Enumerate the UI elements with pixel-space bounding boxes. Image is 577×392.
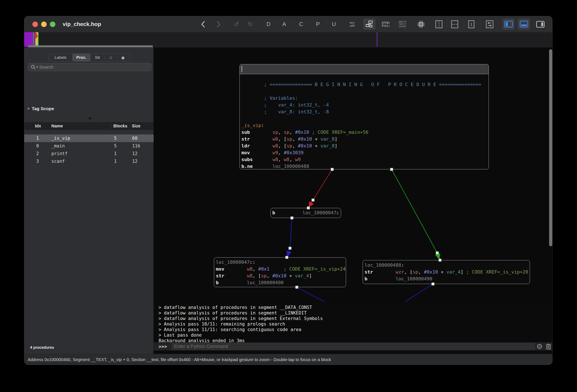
asm-line: loc_100000488: xyxy=(363,262,530,268)
assembly-view-button[interactable]: movadd xyxy=(345,16,359,32)
asm-token: ; CODE XREF=_is_vip+24 xyxy=(284,266,346,272)
procedure-button[interactable]: P xyxy=(311,16,325,32)
nav-segment-text[interactable] xyxy=(24,32,33,47)
asm-line: ; var_4: int32_t, -4 xyxy=(240,101,489,108)
basic-block-loc-488[interactable]: loc_100000488:str wzr, [sp, #0x10 + var_… xyxy=(363,260,530,284)
single-view-button[interactable]: 1 xyxy=(465,16,478,32)
asm-token: #0x10 xyxy=(424,269,438,275)
asm-token: ; =============== B E G I N N I N G O F … xyxy=(241,82,481,87)
basic-block-entry[interactable]: ; =============== B E G I N N I N G O F … xyxy=(240,64,489,169)
code-button[interactable]: C xyxy=(294,16,308,32)
redo-button[interactable]: ↻ xyxy=(244,16,257,32)
sidebar-tab-bar: Labels Proc. Str ☆ ◉ xyxy=(49,53,130,62)
cfg-view-button[interactable] xyxy=(363,18,375,30)
tab-labels[interactable]: Labels xyxy=(49,54,72,61)
toolbar-separator xyxy=(211,21,211,27)
pane-resize-handle[interactable] xyxy=(89,117,91,119)
desktop: vip_check.hop ↺ ↻ D A C P U movadd xyxy=(0,0,577,392)
python-prompt: >>> xyxy=(158,344,167,349)
asm-token: #0x1 xyxy=(258,266,270,272)
split-vertical-button[interactable] xyxy=(432,16,446,32)
asm-token: ; CODE XREF=_is_vip+20 xyxy=(466,269,528,275)
table-row[interactable]: 3scanf112 xyxy=(24,157,154,165)
hex-view-button[interactable]: 486F70706572204469 xyxy=(396,16,409,32)
tab-strings[interactable]: Str xyxy=(91,54,105,61)
asm-token: str xyxy=(241,136,250,142)
search-input[interactable] xyxy=(39,64,151,70)
toolbar-separator xyxy=(293,21,293,27)
nav-scrollbar[interactable] xyxy=(28,45,153,47)
zoom-window-button[interactable] xyxy=(50,22,55,27)
toggle-bottom-panel-button[interactable] xyxy=(518,18,530,30)
tab-procedures[interactable]: Proc. xyxy=(72,54,91,61)
nav-caret-line xyxy=(377,32,377,47)
cfg-graph-view[interactable]: ; =============== B E G I N N I N G O F … xyxy=(154,47,552,302)
python-command-input[interactable] xyxy=(172,343,535,350)
asm-line xyxy=(240,88,489,95)
asm-line: ldr w8, [sp, #0x10 + var_8] xyxy=(240,142,489,149)
basic-block-loc-47c[interactable]: loc_10000047c:mov w8, #0x1 ; CODE XREF=_… xyxy=(214,257,346,287)
forward-button[interactable] xyxy=(212,16,225,32)
asm-token: ; var_4: int32_t, -4 xyxy=(241,102,329,107)
close-window-button[interactable] xyxy=(32,22,38,27)
back-button[interactable] xyxy=(196,16,210,32)
swap-panes-button[interactable] xyxy=(483,16,497,32)
asm-token: b xyxy=(272,210,275,215)
block-title-field[interactable] xyxy=(240,64,489,74)
graph-scrollbar[interactable] xyxy=(549,49,552,246)
search-field[interactable] xyxy=(28,63,151,71)
clear-console-button[interactable] xyxy=(536,343,543,350)
table-row[interactable]: 0_main5116 xyxy=(24,142,154,150)
minimize-window-button[interactable] xyxy=(41,22,47,27)
ascii-button[interactable]: A xyxy=(277,16,291,32)
data-button[interactable]: D xyxy=(262,16,275,32)
table-cell: 60 xyxy=(130,136,154,141)
tab-bookmarks-star-icon[interactable]: ☆ xyxy=(105,54,117,61)
column-header-idx[interactable]: Idx xyxy=(24,124,50,128)
undefined-button[interactable]: U xyxy=(327,16,341,32)
asm-line: b loc_100000490 xyxy=(363,275,530,282)
undo-button[interactable]: ↺ xyxy=(229,16,243,32)
asm-token: w8 xyxy=(284,157,289,162)
asm-line: mov w9, #0x3039 xyxy=(240,149,489,156)
asm-token: #0x10 xyxy=(295,130,309,135)
asm-token: , xyxy=(252,266,258,272)
toggle-right-panel-button[interactable] xyxy=(534,16,547,32)
asm-token: : xyxy=(261,123,264,128)
column-header-blocks[interactable]: Blocks xyxy=(111,124,130,129)
title-bar: vip_check.hop ↺ ↻ D A C P U movadd xyxy=(24,16,552,32)
asm-token: ] xyxy=(334,143,337,148)
asm-token: , xyxy=(289,157,295,162)
toggle-left-panel-button[interactable] xyxy=(503,18,515,30)
tag-scope-disclosure[interactable]: > Tag Scope xyxy=(27,106,54,111)
console-line: > dataflow analysis of procedures in seg… xyxy=(154,305,552,310)
table-cell: _main xyxy=(50,143,111,148)
tab-tags-circle-icon[interactable]: ◉ xyxy=(117,54,129,61)
single-pane-icon: 1 xyxy=(468,20,474,28)
table-row[interactable]: 1_is_vip560 xyxy=(24,134,154,142)
block-code: bloc_10000047c xyxy=(271,208,341,216)
search-icon xyxy=(30,65,39,70)
column-header-size[interactable]: Size xyxy=(130,124,154,129)
asm-token: w9 xyxy=(295,157,301,162)
navigation-strip[interactable] xyxy=(24,32,552,48)
asm-token: w8 xyxy=(247,273,253,279)
cpu-button[interactable] xyxy=(414,16,428,32)
asm-line: b.ne loc_100000488 xyxy=(240,163,489,169)
table-row[interactable]: 2printf112 xyxy=(24,150,154,157)
asm-token: #0x10 xyxy=(298,143,312,148)
asm-token: #0x3039 xyxy=(284,150,304,155)
split-horizontal-button[interactable] xyxy=(448,16,462,32)
pseudocode-button[interactable]: if(b)f(x); xyxy=(379,16,393,32)
console-line: > dataflow analysis of procedures in seg… xyxy=(154,316,552,321)
split-vertical-icon xyxy=(435,20,442,28)
table-cell: 5 xyxy=(111,136,130,141)
asm-token xyxy=(367,276,396,282)
asm-token: var_8 xyxy=(321,136,334,142)
swap-arrows-icon xyxy=(486,20,494,28)
asm-token: b.ne xyxy=(241,164,253,169)
basic-block-jump[interactable]: bloc_10000047c xyxy=(270,208,341,218)
column-header-name[interactable]: Name xyxy=(50,124,111,128)
trash-button[interactable] xyxy=(545,343,552,350)
asm-token: , xyxy=(418,269,424,275)
